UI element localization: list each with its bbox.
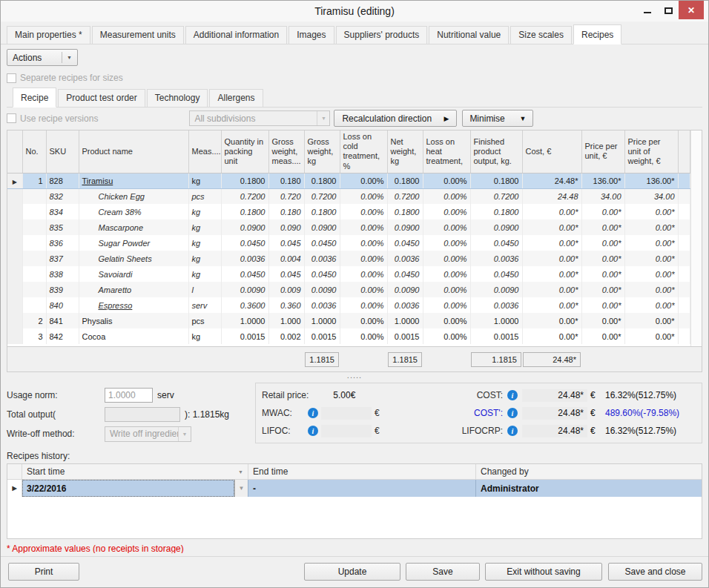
table-row[interactable]: ▶ 840 Espresso serv 0.3600 0.360 0.0036 … (7, 297, 690, 313)
column-header[interactable]: SKU (46, 131, 79, 173)
subdivisions-select[interactable]: All subdivisions ▼ (189, 110, 330, 126)
sub-tab[interactable]: Technology (147, 89, 208, 108)
total-output: 1.1815 (471, 352, 521, 367)
actions-button[interactable]: Actions ▼ (7, 49, 78, 66)
main-tab[interactable]: Size scales (510, 26, 572, 44)
cell-cost: 0.00* (522, 328, 581, 344)
panel-splitter[interactable]: ..... (7, 372, 702, 380)
filter-down-icon[interactable]: ▼ (238, 469, 243, 475)
cost-row: COST: i 24.48* € 16.32%(512.75%) (436, 387, 696, 403)
vertical-scrollbar[interactable] (690, 131, 702, 346)
column-header[interactable]: No. (22, 131, 46, 173)
save-button[interactable]: Save (406, 563, 480, 581)
info-icon[interactable]: i (507, 408, 518, 418)
cost-row-value: 24.48* (522, 389, 587, 402)
cell-sku: 835 (46, 219, 79, 235)
cell-price-unit: 0.00* (581, 313, 624, 328)
exit-without-saving-button[interactable]: Exit without saving (485, 563, 602, 581)
column-header[interactable]: Price per unit of weight, € (624, 131, 678, 173)
cell-loss-heat: 0.00% (423, 297, 470, 313)
column-header[interactable]: Loss on heat treatment, (423, 131, 470, 173)
close-button[interactable]: ✕ (679, 1, 704, 19)
main-tab[interactable]: Measurement units (92, 26, 184, 44)
sub-tab[interactable]: Allergens (209, 89, 263, 108)
minimise-button[interactable]: Minimise ▼ (462, 110, 533, 127)
main-tab[interactable]: Recipes (573, 24, 621, 44)
maximize-button[interactable] (658, 1, 679, 20)
column-header[interactable]: Gross weight, meas.... (268, 131, 304, 173)
cell-loss-heat: 0.00% (423, 235, 470, 251)
cell-price-weight: 0.00* (624, 297, 678, 313)
history-row[interactable]: ▶ 3/22/2016 ▼ - Administrator (7, 480, 702, 497)
recalculation-direction-button[interactable]: Recalculation direction ▶ (334, 110, 457, 127)
writeoff-method-select[interactable]: Write off ingredients ▼ (105, 426, 191, 442)
summary-left: Usage norm: serv Total output( ): 1.1815… (7, 381, 255, 443)
cell-net-kg: 0.0450 (387, 235, 423, 251)
column-header[interactable]: Loss on cold treatment, % (340, 131, 387, 173)
column-header[interactable]: Finished product output, kg. (470, 131, 522, 173)
print-button[interactable]: Print (8, 563, 79, 581)
sub-tab[interactable]: Product test order (58, 89, 145, 108)
column-header[interactable]: Cost, € (522, 131, 581, 173)
cell-gross-meas: 0.045 (268, 266, 304, 282)
info-icon[interactable]: i (308, 408, 318, 418)
table-row[interactable]: ▶ 838 Savoiardi kg 0.0450 0.045 0.0450 0… (7, 266, 690, 282)
cell-sku: 832 (46, 188, 79, 204)
minimize-button[interactable] (637, 1, 658, 20)
table-row[interactable]: ▶ 836 Sugar Powder kg 0.0450 0.045 0.045… (7, 235, 690, 251)
main-tab[interactable]: Additional information (185, 26, 287, 44)
table-row[interactable]: ▶ 3 842 Cocoa kg 0.0015 0.002 0.0015 0.0… (7, 328, 690, 344)
cell-gross-kg: 0.1800 (304, 204, 340, 219)
update-button[interactable]: Update (304, 563, 400, 581)
sub-tab[interactable]: Recipe (13, 87, 56, 108)
minimize-icon (644, 12, 651, 13)
column-header[interactable]: Product name (79, 131, 188, 173)
history-end-time-value: - (248, 480, 476, 497)
cell-sku: 838 (46, 266, 79, 282)
separate-recipes-checkbox[interactable] (7, 73, 16, 83)
cell-output: 0.7200 (470, 188, 522, 204)
column-header[interactable]: Gross weight, kg (304, 131, 340, 173)
cell-net-kg: 0.0015 (387, 328, 423, 344)
main-tab[interactable]: Nutritional value (429, 26, 509, 44)
header-filler (678, 131, 690, 173)
row-marker-icon: ▶ (13, 179, 17, 185)
history-start-time-value[interactable]: 3/22/2016 (22, 480, 234, 497)
cell-sku: 840 (46, 297, 79, 313)
column-header[interactable]: Quantity in packing unit (221, 131, 268, 173)
cell-qty-packing: 0.0900 (221, 219, 268, 235)
table-row[interactable]: ▶ 2 841 Physalis pcs 1.0000 1.000 1.0000… (7, 313, 690, 328)
table-row[interactable]: ▶ 832 Chicken Egg pcs 0.7200 0.720 0.720… (7, 188, 690, 204)
info-icon[interactable]: i (308, 426, 318, 436)
cell-meas: pcs (188, 313, 221, 328)
table-row[interactable]: ▶ 837 Gelatin Sheets kg 0.0036 0.004 0.0… (7, 251, 690, 266)
cell-no: 3 (22, 328, 46, 344)
info-icon[interactable]: i (507, 390, 518, 400)
table-row[interactable]: ▶ 835 Mascarpone kg 0.0900 0.090 0.0900 … (7, 219, 690, 235)
use-recipe-versions-checkbox[interactable] (7, 113, 16, 123)
info-icon[interactable]: i (507, 426, 518, 436)
chevron-down-icon[interactable]: ▼ (234, 480, 248, 497)
table-row[interactable]: ▶ 834 Cream 38% kg 0.1800 0.180 0.1800 0… (7, 204, 690, 219)
cell-loss-cold: 0.00% (340, 297, 387, 313)
cell-qty-packing: 0.0450 (221, 266, 268, 282)
column-header[interactable]: Price per unit, € (581, 131, 624, 173)
history-column-end-time[interactable]: End time (248, 464, 476, 479)
main-tab[interactable]: Images (288, 26, 334, 44)
cell-meas: kg (188, 235, 221, 251)
save-and-close-button[interactable]: Save and close (608, 563, 702, 581)
column-header[interactable]: Net weight, kg (387, 131, 423, 173)
main-tab[interactable]: Main properties * (7, 26, 90, 44)
main-tab[interactable]: Suppliers' products (336, 26, 428, 44)
column-header[interactable]: Meas.... (188, 131, 221, 173)
history-column-start-time[interactable]: Start time ▼ (22, 464, 248, 479)
table-row[interactable]: ▶ 839 Amaretto l 0.0090 0.009 0.0090 0.0… (7, 282, 690, 297)
table-row[interactable]: ▶ 1 828 Tiramisu kg 0.1800 0.180 0.1800 … (7, 173, 690, 188)
total-output-input[interactable] (105, 407, 180, 422)
total-output-label: Total output( (7, 409, 105, 420)
cell-qty-packing: 0.0015 (221, 328, 268, 344)
history-column-changed-by[interactable]: Changed by (476, 464, 702, 479)
usage-norm-input[interactable] (105, 388, 153, 403)
cell-meas: kg (188, 173, 221, 188)
cell-gross-kg: 0.1800 (304, 173, 340, 188)
